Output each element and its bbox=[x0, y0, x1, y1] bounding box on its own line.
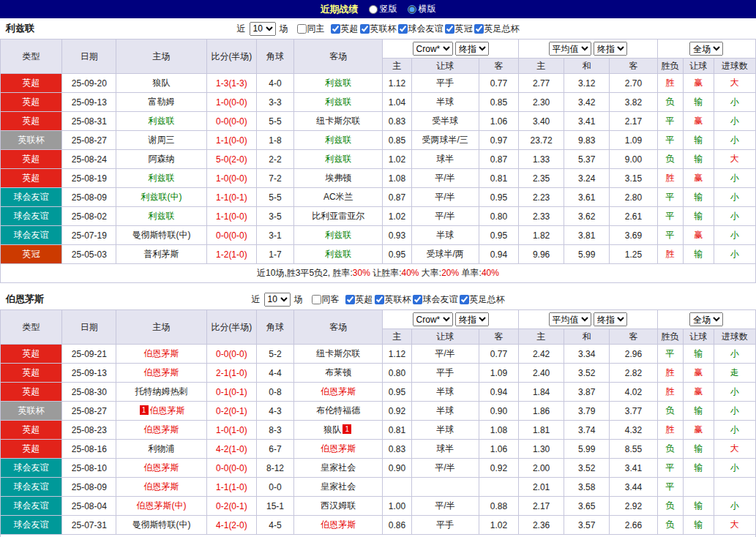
horizontal-radio[interactable] bbox=[408, 5, 416, 14]
corner-score: 4-0 bbox=[256, 74, 293, 93]
ah-stage-select[interactable]: 终指 bbox=[455, 42, 489, 56]
league-filter[interactable]: 英足总杯 bbox=[474, 23, 520, 35]
ah-away-odds: 1.06 bbox=[479, 112, 518, 131]
ah-home-odds: 0.95 bbox=[383, 245, 411, 264]
eu-home-odds: 2.23 bbox=[518, 188, 564, 207]
eu-stage-select[interactable]: 终指 bbox=[594, 42, 627, 56]
summary-value: 30% bbox=[353, 268, 370, 278]
col-ah-home: 主 bbox=[383, 59, 411, 74]
league-filter-checkbox[interactable] bbox=[413, 295, 422, 304]
league-filter-label: 英冠 bbox=[455, 23, 473, 35]
scope-select[interactable]: 全场 bbox=[689, 42, 723, 56]
away-team: AC米兰 bbox=[294, 188, 383, 207]
ah-home-odds: 1.12 bbox=[383, 74, 411, 93]
ah-stage-select[interactable]: 终指 bbox=[455, 312, 489, 326]
league-filter[interactable]: 英超 bbox=[345, 293, 373, 306]
eu-home-odds: 23.72 bbox=[518, 131, 564, 150]
asian-odds-controls: Crow* 终指 bbox=[383, 40, 519, 59]
eu-away-odds: 8.55 bbox=[610, 440, 657, 459]
ah-bookmaker-select[interactable]: Crow* bbox=[413, 312, 453, 326]
league-filter-checkbox[interactable] bbox=[345, 295, 355, 304]
view-option-vertical[interactable]: 竖版 bbox=[369, 3, 397, 15]
goals-result-cell: 小 bbox=[714, 112, 755, 131]
match-date: 25-08-04 bbox=[62, 497, 116, 516]
col-home: 主场 bbox=[116, 40, 206, 74]
table-row: 球会友谊25-08-04伯恩茅斯(中)0-2(0-1)15-1西汉姆联1.00平… bbox=[1, 497, 756, 516]
eu-bookmaker-select[interactable]: 平均值 bbox=[549, 42, 591, 56]
goals-result-cell: 大 bbox=[714, 74, 755, 93]
eu-home-odds: 2.42 bbox=[518, 345, 564, 364]
scope-controls: 全场 bbox=[657, 310, 755, 329]
match-date: 25-08-19 bbox=[62, 169, 116, 188]
col-goals: 进球数 bbox=[714, 59, 755, 74]
col-score: 比分(半场) bbox=[206, 40, 256, 74]
match-date: 25-08-27 bbox=[62, 402, 116, 421]
league-filter[interactable]: 英联杯 bbox=[360, 23, 397, 35]
league-filter-checkbox[interactable] bbox=[375, 295, 384, 304]
league-filter[interactable]: 球会友谊 bbox=[398, 23, 444, 35]
league-filter-checkbox[interactable] bbox=[474, 24, 484, 34]
league-filter-checkbox[interactable] bbox=[445, 24, 454, 34]
league-filter-checkbox[interactable] bbox=[460, 295, 469, 304]
score: 1-3(1-3) bbox=[206, 74, 256, 93]
col-eu-away: 客 bbox=[610, 329, 657, 345]
recent-count-select[interactable]: 10 bbox=[250, 22, 276, 36]
same-venue-filter[interactable]: 同客 bbox=[312, 293, 340, 306]
eu-home-odds: 2.35 bbox=[518, 169, 564, 188]
ah-away-odds: 0.87 bbox=[479, 150, 518, 169]
corner-score: 7-2 bbox=[256, 169, 293, 188]
home-team-name: 伯恩茅斯 bbox=[144, 424, 179, 436]
view-option-horizontal[interactable]: 横版 bbox=[408, 3, 436, 15]
eu-draw-odds: 3.58 bbox=[564, 478, 610, 497]
away-team: 利兹联 bbox=[294, 131, 383, 150]
eu-bookmaker-select[interactable]: 平均值 bbox=[549, 312, 591, 326]
away-team: 纽卡斯尔联 bbox=[294, 345, 383, 364]
eu-draw-odds: 3.52 bbox=[564, 459, 610, 478]
ah-home-odds: 1.08 bbox=[383, 169, 411, 188]
eu-stage-select[interactable]: 终指 bbox=[594, 312, 627, 326]
score: 5-0(2-0) bbox=[206, 150, 256, 169]
league-filter[interactable]: 英足总杯 bbox=[460, 293, 505, 306]
eu-draw-odds: 3.57 bbox=[564, 516, 610, 535]
league-filter[interactable]: 球会友谊 bbox=[413, 293, 458, 306]
scope-select[interactable]: 全场 bbox=[689, 312, 723, 326]
ah-away-odds: 0.95 bbox=[479, 188, 518, 207]
ah-line: 平/半 bbox=[411, 188, 479, 207]
eu-home-odds: 2.40 bbox=[518, 364, 564, 383]
home-team-name: 富勒姆 bbox=[149, 96, 175, 108]
red-card-icon: 1 bbox=[140, 405, 149, 415]
league-filter[interactable]: 英冠 bbox=[445, 23, 473, 35]
ah-home-odds: 0.90 bbox=[383, 459, 411, 478]
corner-score: 15-1 bbox=[256, 497, 293, 516]
ah-home-odds: 0.87 bbox=[383, 188, 411, 207]
score: 0-2(0-1) bbox=[206, 497, 256, 516]
summary-label: 单率: bbox=[459, 268, 482, 278]
result-cell: 胜 bbox=[657, 169, 683, 188]
ah-home-odds: 0.83 bbox=[383, 112, 411, 131]
same-venue-filter[interactable]: 同主 bbox=[297, 23, 325, 35]
recent-count-select[interactable]: 10 bbox=[264, 293, 291, 307]
vertical-radio-label: 竖版 bbox=[380, 3, 397, 15]
team-name: 利兹联 bbox=[6, 22, 34, 35]
league-filter[interactable]: 英超 bbox=[331, 23, 359, 35]
league-filter[interactable]: 英联杯 bbox=[375, 293, 411, 306]
eu-away-odds: 3.77 bbox=[610, 402, 657, 421]
table-row: 英联杯25-08-271伯恩茅斯0-2(0-1)4-3布伦特福德0.92半球0.… bbox=[1, 402, 756, 421]
same-venue-checkbox[interactable] bbox=[312, 295, 321, 304]
league-filter-checkbox[interactable] bbox=[360, 24, 370, 34]
corner-score: 5-2 bbox=[256, 345, 293, 364]
col-score: 比分(半场) bbox=[206, 310, 256, 345]
eu-home-odds: 2.01 bbox=[518, 478, 564, 497]
eu-home-odds: 2.33 bbox=[518, 207, 564, 226]
league-filter-checkbox[interactable] bbox=[331, 24, 340, 34]
same-venue-checkbox[interactable] bbox=[297, 24, 307, 34]
vertical-radio[interactable] bbox=[369, 5, 378, 14]
league-filter-checkbox[interactable] bbox=[398, 24, 408, 34]
ah-home-odds: 1.02 bbox=[383, 207, 411, 226]
near-label: 近 bbox=[237, 23, 246, 35]
ah-bookmaker-select[interactable]: Crow* bbox=[413, 42, 453, 56]
euro-odds-controls: 平均值 终指 bbox=[518, 310, 657, 329]
eu-away-odds: 3.82 bbox=[610, 93, 657, 112]
home-team: 利兹联 bbox=[116, 207, 206, 226]
eu-draw-odds: 3.81 bbox=[564, 226, 610, 245]
